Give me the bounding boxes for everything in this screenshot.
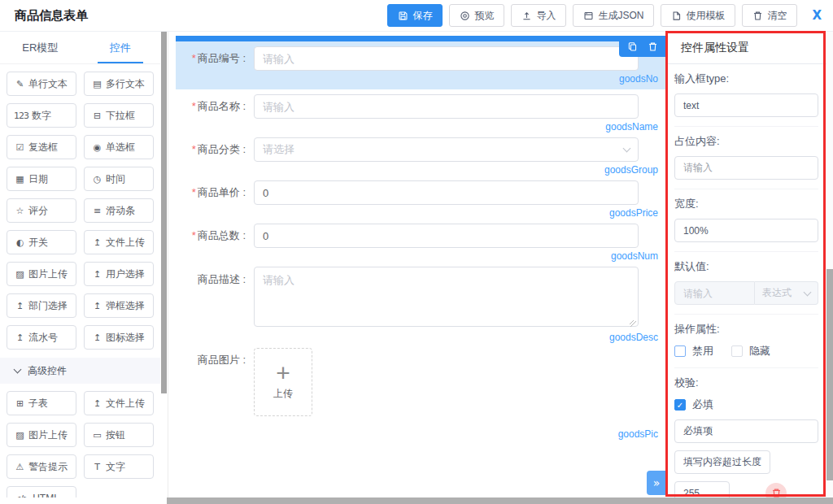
page-scrollbar-horizontal[interactable] [0, 497, 833, 504]
delete-rule-button[interactable] [765, 483, 787, 498]
upload-dropzone[interactable]: + 上传 [254, 348, 312, 416]
scrollbar-thumb[interactable] [167, 497, 833, 504]
goodsNo-input[interactable] [254, 46, 639, 71]
control-label: 部门选择 [28, 299, 68, 313]
resize-handle-icon[interactable] [630, 320, 636, 327]
control-button[interactable]: ↥ 部门选择 [7, 293, 76, 318]
panel-title: 控件属性设置 [666, 32, 826, 64]
control-button[interactable]: ⚠ 警告提示 [7, 454, 76, 479]
image-upload-icon: ▨ [14, 430, 25, 441]
text-icon: T [91, 462, 102, 472]
control-button[interactable]: ↥ 弹框选择 [84, 293, 154, 318]
section-advanced-controls[interactable]: 高级控件 [0, 358, 160, 384]
control-button[interactable]: ↥ 图标选择 [84, 325, 154, 350]
delete-icon[interactable] [648, 41, 658, 52]
goodsName-input[interactable] [254, 94, 639, 119]
input-type-field[interactable] [674, 93, 818, 117]
validation-label: 校验: [674, 376, 818, 390]
expression-select[interactable]: 表达式 [755, 281, 818, 305]
close-icon[interactable]: X [812, 8, 822, 23]
form-field-goodsDesc[interactable]: 商品描述 goodsDesc [176, 262, 666, 343]
control-button[interactable]: ≡ 滑动条 [84, 198, 154, 223]
json-window-icon [583, 11, 594, 21]
control-button[interactable]: ↥ 文件上传 [84, 391, 154, 415]
disable-checkbox[interactable]: 禁用 [674, 344, 713, 358]
form-field-goodsNo[interactable]: *商品编号 goodsNo [176, 41, 666, 89]
control-label: 文件上传 [106, 236, 145, 250]
control-label: 文件上传 [106, 397, 145, 411]
control-label: 日期 [28, 172, 48, 186]
hide-checkbox[interactable]: 隐藏 [731, 344, 770, 358]
use-template-button[interactable]: 使用模板 [661, 4, 735, 27]
control-button[interactable]: ▤ 多行文本 [84, 72, 154, 96]
goodsGroup-select[interactable]: 请选择 [254, 137, 639, 162]
control-button[interactable]: ◷ 时间 [84, 167, 154, 191]
control-label: 评分 [28, 204, 48, 218]
tab-er-model[interactable]: ER模型 [0, 32, 81, 63]
page-title: 商品信息表单 [15, 8, 88, 24]
control-button[interactable]: ☆ 评分 [7, 198, 76, 223]
page-scrollbar-vertical[interactable] [826, 32, 833, 497]
control-button[interactable]: ◉ 单选框 [84, 135, 154, 159]
number-icon: 123 [14, 111, 28, 121]
field-name-label: goodsPrice [184, 205, 658, 217]
form-field-goodsPrice[interactable]: *商品单价 goodsPrice [176, 176, 666, 219]
pencil-icon: ✎ [14, 79, 25, 89]
control-button[interactable]: ⊟ 下拉框 [84, 103, 154, 128]
width-label: 宽度: [674, 197, 818, 211]
form-field-goodsPic[interactable]: 商品图片 + 上传 goodsPic [176, 343, 666, 440]
tab-controls[interactable]: 控件 [81, 32, 161, 63]
control-button[interactable]: ◐ 开关 [7, 230, 76, 254]
control-button[interactable]: ▭ 按钮 [84, 423, 154, 447]
control-button[interactable]: T 文字 [84, 454, 154, 479]
control-label: 复选框 [28, 141, 58, 154]
field-name-label: goodsNo [184, 71, 658, 83]
scrollbar-thumb[interactable] [161, 32, 167, 393]
clear-button[interactable]: 清空 [742, 4, 797, 27]
user-select-icon: ↥ [91, 269, 102, 280]
placeholder-field[interactable] [674, 156, 818, 180]
form-field-goodsNum[interactable]: *商品总数 goodsNum [176, 219, 666, 262]
checkbox-icon [674, 345, 686, 357]
required-message-field[interactable] [674, 419, 818, 443]
form-field-goodsName[interactable]: *商品名称 goodsName [176, 89, 666, 133]
preview-button[interactable]: 预览 [449, 4, 504, 27]
save-icon [398, 11, 408, 21]
goodsDesc-textarea[interactable] [254, 267, 639, 327]
max-length-field[interactable] [674, 481, 730, 497]
properties-panel: 控件属性设置 输入框type: 占位内容: 宽度: 默认值: 表达式 [666, 32, 826, 497]
control-button[interactable]: ↥ 流水号 [7, 325, 76, 350]
control-button[interactable]: ✎ 单行文本 [7, 72, 76, 96]
chevron-down-icon [623, 145, 631, 153]
sidebar-scrollbar[interactable] [160, 32, 168, 497]
expand-panel-button[interactable]: » [647, 471, 666, 495]
dropdown-icon: ⊟ [91, 111, 102, 121]
control-button[interactable]: </> HTML [7, 486, 76, 497]
main-area: ER模型 控件 ✎ 单行文本 ▤ 多行文本 123 数字 [0, 31, 833, 497]
control-button[interactable]: ↥ 用户选择 [84, 262, 154, 286]
required-checkbox[interactable]: ✓必填 [674, 398, 713, 412]
import-button[interactable]: 导入 [511, 4, 566, 27]
control-label: 图片上传 [28, 267, 68, 281]
control-button[interactable]: ⊞ 子表 [7, 391, 76, 415]
copy-icon[interactable] [627, 41, 638, 52]
default-value-field[interactable] [674, 281, 755, 305]
form-field-goodsGroup[interactable]: *商品分类 请选择 goodsGroup [176, 133, 666, 176]
calendar-icon: ▦ [14, 174, 25, 185]
control-button[interactable]: ☑ 复选框 [7, 135, 76, 159]
length-message-field[interactable] [674, 450, 770, 474]
control-button[interactable]: ▦ 日期 [7, 167, 76, 191]
goodsPrice-input[interactable] [254, 180, 639, 205]
control-button[interactable]: 123 数字 [7, 103, 76, 128]
image-upload-icon: ▨ [14, 269, 25, 280]
save-button[interactable]: 保存 [387, 4, 443, 27]
control-button[interactable]: ↥ 文件上传 [84, 230, 154, 254]
file-upload-icon: ↥ [91, 237, 102, 248]
goodsNum-input[interactable] [254, 224, 639, 248]
control-button[interactable]: ▨ 图片上传 [7, 262, 76, 286]
generate-json-button[interactable]: 生成JSON [573, 4, 654, 27]
chevron-down-icon [804, 288, 812, 296]
control-button[interactable]: ▨ 图片上传 [7, 423, 76, 447]
scrollbar-thumb[interactable] [826, 269, 833, 480]
width-field[interactable] [674, 219, 818, 242]
